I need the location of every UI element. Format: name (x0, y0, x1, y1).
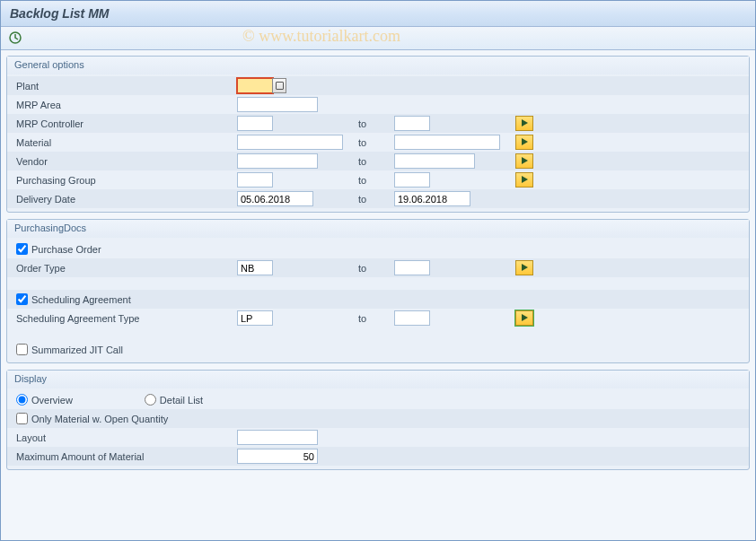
multiple-selection-button[interactable] (515, 260, 533, 275)
purchasing-group-to-input[interactable] (394, 172, 430, 188)
purchase-order-checkbox[interactable] (16, 243, 28, 255)
only-material-open-checkbox[interactable] (16, 413, 28, 424)
delivery-date-to-input[interactable] (394, 191, 470, 206)
summarized-jit-checkbox[interactable] (16, 344, 28, 355)
order-type-from-input[interactable] (237, 260, 273, 275)
sa-type-from-input[interactable] (237, 310, 273, 326)
purchasing-group-from-input[interactable] (237, 172, 273, 188)
arrow-right-icon (522, 157, 528, 164)
multiple-selection-button[interactable] (515, 172, 533, 188)
row-mrp-area: MRP Area (7, 95, 749, 114)
page-title: Backlog List MM (10, 6, 109, 21)
plant-label: Plant (14, 81, 237, 92)
mrp-area-input[interactable] (237, 97, 318, 112)
overview-label: Overview (31, 395, 73, 406)
layout-label: Layout (14, 432, 237, 443)
row-max-material: Maximum Amount of Material (7, 447, 749, 466)
row-sa-type: Scheduling Agreement Type to (7, 309, 749, 327)
material-from-input[interactable] (237, 135, 343, 150)
multiple-selection-button[interactable] (515, 153, 533, 169)
row-plant: Plant (7, 76, 749, 95)
to-label: to (358, 194, 394, 205)
row-summarized-jit: Summarized JIT Call (7, 340, 749, 359)
to-label: to (358, 137, 394, 148)
to-label: to (358, 118, 394, 129)
arrow-right-icon (522, 138, 528, 145)
sa-type-label: Scheduling Agreement Type (14, 313, 237, 324)
row-mrp-controller: MRP Controller to (7, 114, 749, 133)
order-type-to-input[interactable] (394, 260, 430, 275)
group-title-purchasing: PurchasingDocs (7, 220, 749, 238)
delivery-date-from-input[interactable] (237, 191, 313, 206)
row-material: Material to (7, 133, 749, 152)
plant-input[interactable] (237, 78, 273, 93)
vendor-label: Vendor (14, 156, 237, 167)
row-vendor: Vendor to (7, 152, 749, 170)
vendor-from-input[interactable] (237, 153, 318, 169)
multiple-selection-button[interactable] (515, 135, 533, 150)
mrp-controller-to-input[interactable] (394, 116, 430, 131)
purchase-order-label: Purchase Order (31, 244, 101, 255)
row-purchase-order: Purchase Order (7, 240, 749, 258)
multiple-selection-button[interactable] (515, 310, 533, 326)
max-material-label: Maximum Amount of Material (14, 451, 237, 462)
sa-type-to-input[interactable] (394, 310, 430, 326)
row-only-material-open: Only Material w. Open Quantity (7, 409, 749, 428)
execute-icon[interactable] (8, 31, 24, 45)
mrp-area-label: MRP Area (14, 100, 237, 110)
row-view-mode: Overview Detail List (7, 390, 749, 409)
title-bar: Backlog List MM (1, 1, 755, 27)
row-delivery-date: Delivery Date to (7, 189, 749, 208)
row-order-type: Order Type to (7, 258, 749, 277)
delivery-date-label: Delivery Date (14, 194, 237, 205)
toolbar (1, 27, 755, 50)
detail-list-label: Detail List (160, 395, 203, 406)
mrp-controller-from-input[interactable] (237, 116, 273, 131)
layout-input[interactable] (237, 430, 318, 445)
multiple-selection-button[interactable] (515, 116, 533, 131)
order-type-label: Order Type (14, 263, 237, 274)
group-general-options: General options Plant MRP Area MRP Contr… (6, 56, 750, 213)
overview-radio[interactable] (16, 394, 28, 406)
material-to-input[interactable] (394, 135, 500, 150)
summarized-jit-label: Summarized JIT Call (31, 345, 123, 355)
only-material-open-label: Only Material w. Open Quantity (31, 414, 168, 424)
arrow-right-icon (522, 264, 528, 271)
to-label: to (358, 156, 394, 167)
group-display: Display Overview Detail List (6, 370, 750, 470)
row-layout: Layout (7, 428, 749, 447)
vendor-to-input[interactable] (394, 153, 475, 169)
mrp-controller-label: MRP Controller (14, 118, 237, 129)
group-purchasing-docs: PurchasingDocs Purchase Order Order Type… (6, 219, 750, 363)
row-scheduling-agreement: Scheduling Agreement (7, 290, 749, 309)
row-purchasing-group: Purchasing Group to (7, 170, 749, 189)
to-label: to (358, 263, 394, 274)
arrow-right-icon (522, 314, 528, 321)
f4-help-icon[interactable] (272, 78, 286, 93)
scheduling-agreement-checkbox[interactable] (16, 293, 28, 305)
arrow-right-icon (522, 119, 528, 127)
group-title-display: Display (7, 371, 749, 388)
scheduling-agreement-label: Scheduling Agreement (31, 294, 131, 305)
to-label: to (358, 175, 394, 186)
to-label: to (358, 313, 394, 324)
purchasing-group-label: Purchasing Group (14, 175, 237, 186)
group-title-general: General options (7, 57, 749, 74)
detail-list-radio[interactable] (145, 394, 156, 406)
arrow-right-icon (522, 176, 528, 183)
content-area: General options Plant MRP Area MRP Contr… (1, 50, 755, 541)
material-label: Material (14, 137, 237, 148)
max-material-input[interactable] (237, 449, 318, 464)
